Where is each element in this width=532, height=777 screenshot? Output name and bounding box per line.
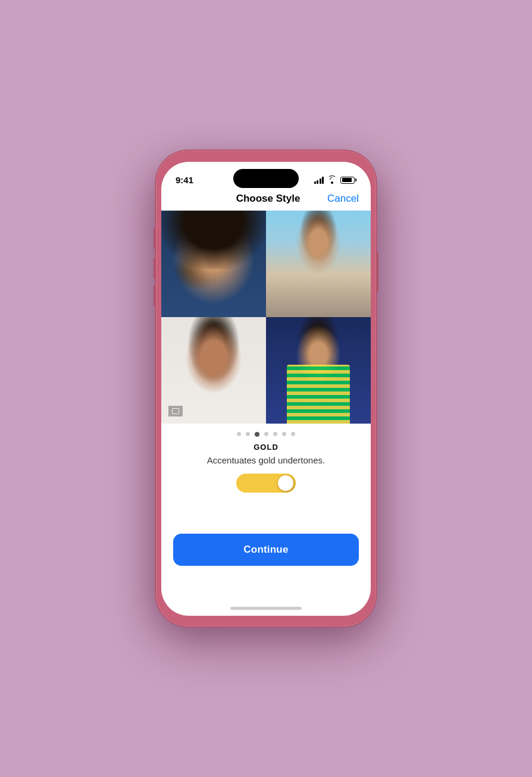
photo-3 [161, 317, 266, 424]
grid-container [161, 211, 371, 424]
dot-7[interactable] [291, 432, 295, 436]
page-title: Choose Style [236, 193, 301, 205]
home-bar [230, 607, 302, 610]
dot-4[interactable] [264, 432, 268, 436]
style-name: GOLD [254, 443, 278, 452]
status-time: 9:41 [176, 175, 193, 185]
battery-icon [340, 177, 356, 184]
photo-2 [266, 211, 371, 317]
toggle-thumb [278, 475, 293, 491]
nav-bar: Choose Style Cancel [161, 190, 371, 211]
dot-5[interactable] [273, 432, 277, 436]
screenshot-icon [167, 405, 184, 418]
photo-1-hair [161, 211, 266, 269]
battery-body [340, 177, 355, 184]
wifi-icon [327, 177, 337, 184]
dynamic-island [233, 169, 299, 188]
gold-tone-toggle[interactable] [236, 474, 296, 493]
dot-3-active[interactable] [255, 432, 259, 437]
dress-stripes [287, 365, 350, 423]
photo-grid[interactable] [161, 211, 371, 424]
photo-4 [266, 317, 371, 424]
signal-icon [314, 177, 324, 184]
cancel-button[interactable]: Cancel [327, 193, 359, 205]
battery-fill [342, 178, 352, 182]
home-indicator [161, 607, 371, 616]
dot-2[interactable] [246, 432, 250, 436]
continue-section: Continue [161, 493, 371, 607]
phone-frame: 9:41 Choose Sty [156, 151, 376, 626]
photo-2-subject [266, 211, 371, 317]
dot-6[interactable] [282, 432, 286, 436]
page-dots [161, 424, 371, 443]
battery-tip [355, 178, 356, 181]
photo-1 [161, 211, 266, 317]
style-description: Accentuates gold undertones. [207, 455, 325, 465]
continue-button[interactable]: Continue [173, 534, 359, 566]
status-bar: 9:41 [161, 162, 371, 190]
status-icons [314, 177, 357, 184]
style-info: GOLD Accentuates gold undertones. [161, 443, 371, 493]
dot-1[interactable] [237, 432, 241, 436]
phone-screen: 9:41 Choose Sty [161, 162, 371, 616]
